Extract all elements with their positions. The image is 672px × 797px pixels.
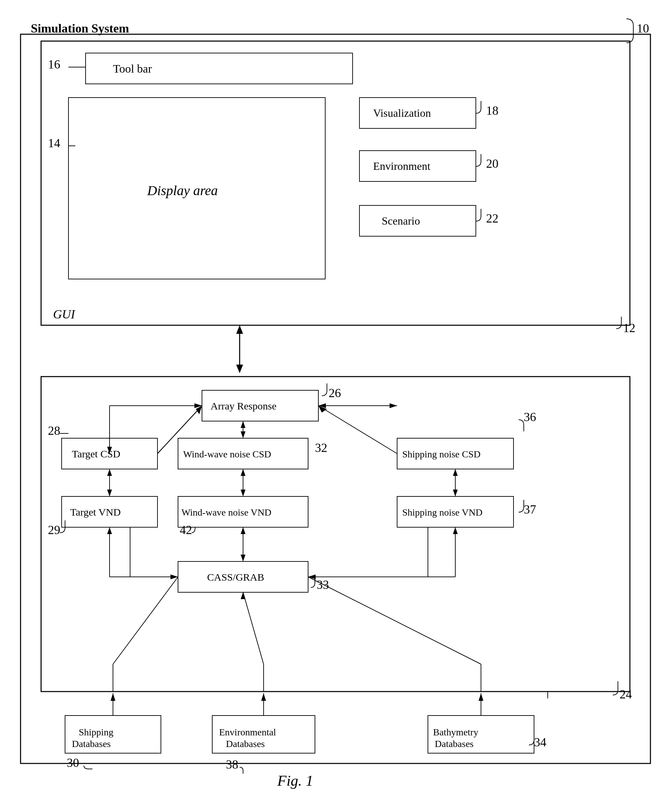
svg-marker-44 [194, 403, 202, 408]
svg-line-72 [113, 577, 178, 664]
svg-rect-6 [360, 98, 476, 128]
ref-38: 38 [226, 758, 238, 771]
svg-rect-0 [21, 34, 650, 763]
svg-marker-35 [107, 490, 112, 496]
svg-marker-52 [453, 469, 458, 476]
ref-30: 30 [67, 756, 79, 770]
scenario-label: Scenario [382, 214, 420, 227]
svg-rect-62 [65, 715, 161, 753]
shipping-db-label-2: Databases [72, 738, 111, 749]
ref-28: 28 [48, 424, 60, 437]
bath-db-label-2: Databases [435, 738, 474, 749]
figure-number-top: 10 [637, 22, 649, 35]
svg-rect-4 [69, 98, 325, 279]
svg-rect-17 [178, 438, 308, 469]
ref-16: 16 [48, 58, 60, 71]
toolbar-label: Tool bar [113, 62, 152, 75]
svg-rect-14 [62, 438, 157, 469]
svg-marker-30 [241, 555, 245, 562]
ref-37: 37 [524, 503, 536, 516]
env-db-label-2: Databases [226, 738, 265, 749]
svg-marker-70 [478, 693, 483, 701]
svg-marker-61 [318, 406, 327, 413]
svg-marker-56 [308, 575, 316, 579]
svg-marker-50 [390, 403, 397, 408]
wind-wave-csd-label: Wind-wave noise CSD [183, 449, 271, 459]
svg-rect-1 [41, 41, 630, 325]
ref-22: 22 [486, 211, 498, 225]
svg-marker-29 [241, 527, 245, 534]
ref-12: 12 [623, 321, 635, 335]
figure-caption: Fig. 1 [277, 772, 313, 789]
svg-marker-32 [196, 406, 202, 414]
svg-marker-57 [453, 527, 458, 534]
svg-rect-64 [428, 715, 534, 753]
svg-marker-68 [261, 693, 266, 701]
ref-32: 32 [315, 441, 327, 455]
cass-grab-label: CASS/GRAB [207, 571, 264, 583]
target-csd-label: Target CSD [72, 448, 120, 459]
page: 10 Simulation System GUI 12 Tool bar 16 … [0, 0, 672, 797]
svg-marker-27 [241, 490, 245, 496]
svg-line-74 [243, 592, 264, 664]
svg-line-60 [318, 406, 397, 454]
bath-db-label-1: Bathymetry [433, 727, 478, 738]
svg-rect-63 [212, 715, 315, 753]
svg-marker-47 [107, 447, 112, 454]
svg-rect-19 [397, 438, 514, 469]
svg-rect-8 [360, 205, 476, 236]
gui-label: GUI [53, 307, 76, 321]
svg-marker-39 [107, 527, 112, 534]
svg-rect-7 [360, 150, 476, 181]
svg-line-77 [308, 577, 481, 664]
ref-34: 34 [534, 735, 546, 749]
shipping-db-label-1: Shipping [79, 727, 113, 738]
svg-marker-26 [241, 469, 245, 476]
shipping-vnd-label: Shipping noise VND [402, 507, 482, 518]
svg-marker-38 [171, 575, 178, 579]
svg-rect-20 [397, 496, 514, 527]
environment-label: Environment [373, 160, 430, 172]
svg-marker-23 [241, 421, 245, 428]
ref-36: 36 [524, 410, 536, 424]
svg-line-31 [157, 406, 202, 454]
wind-wave-vnd-label: Wind-wave noise VND [181, 507, 272, 518]
ref-26: 26 [329, 386, 341, 400]
svg-marker-75 [241, 592, 245, 599]
svg-rect-2 [86, 53, 353, 84]
shipping-csd-label: Shipping noise CSD [402, 449, 481, 459]
ref-33: 33 [317, 578, 329, 592]
svg-marker-10 [236, 325, 243, 334]
visualization-label: Visualization [373, 107, 431, 119]
ref-29: 29 [48, 523, 60, 537]
simulation-system-label: Simulation System [31, 22, 129, 35]
svg-rect-16 [62, 496, 157, 527]
ref-42: 42 [180, 523, 192, 537]
ref-24: 24 [620, 687, 632, 701]
ref-18: 18 [486, 104, 498, 117]
svg-rect-13 [202, 390, 318, 421]
display-area-label: Display area [147, 183, 218, 198]
env-db-label-1: Environmental [219, 727, 276, 738]
svg-marker-24 [241, 431, 245, 438]
svg-line-42 [157, 406, 202, 454]
svg-marker-11 [236, 365, 243, 373]
svg-marker-34 [107, 469, 112, 476]
ref-14: 14 [48, 136, 60, 150]
svg-marker-49 [318, 403, 326, 408]
svg-rect-18 [178, 496, 308, 527]
svg-rect-21 [178, 562, 308, 592]
target-vnd-label: Target VND [70, 506, 121, 518]
ref-20: 20 [486, 157, 498, 171]
svg-marker-66 [110, 693, 115, 701]
svg-rect-12 [41, 376, 630, 691]
array-response-label: Array Response [211, 400, 276, 411]
svg-marker-53 [453, 490, 458, 496]
